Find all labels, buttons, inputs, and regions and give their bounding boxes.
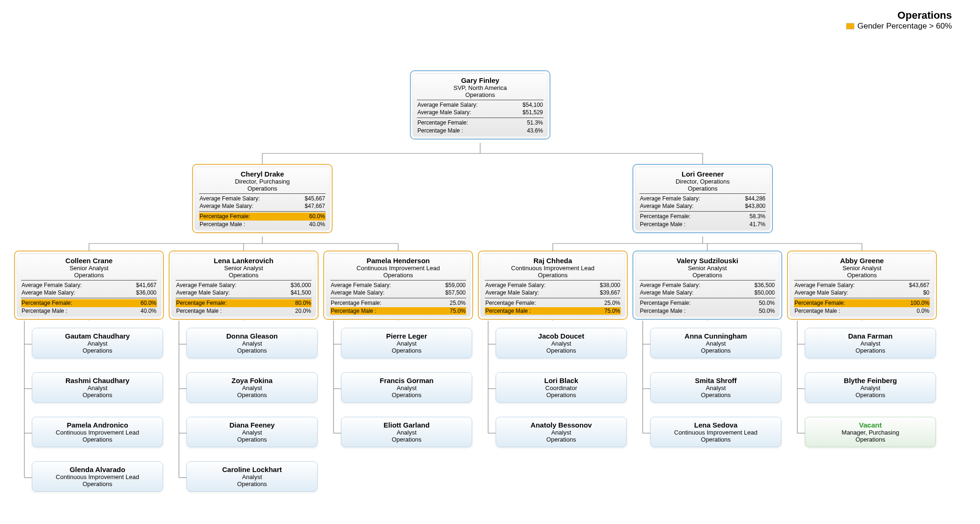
org-node: Abby GreeneSenior AnalystOperationsAvera… bbox=[787, 251, 937, 320]
person-name: Cheryl Drake bbox=[199, 170, 326, 178]
person-dept: Operations bbox=[37, 436, 158, 443]
person-name: Francis Gorman bbox=[346, 376, 467, 384]
org-node: Valery SudzilouskiSenior AnalystOperatio… bbox=[632, 251, 782, 320]
stat-row: Average Female Salary:$36,500 bbox=[639, 281, 775, 289]
person-name: Caroline Lockhart bbox=[192, 465, 312, 473]
org-leaf: VacantManager, PurchasingOperations bbox=[805, 417, 936, 447]
person-role: Analyst bbox=[346, 429, 467, 436]
org-leaf: Eliott GarlandAnalystOperations bbox=[341, 417, 472, 447]
person-role: Analyst bbox=[192, 384, 312, 391]
person-name: Pierre Leger bbox=[346, 332, 467, 340]
title-block: Operations Gender Percentage > 60% bbox=[846, 9, 952, 31]
person-name: Colleen Crane bbox=[21, 257, 157, 265]
person-role: Continuous Improvement Lead bbox=[655, 429, 776, 436]
stat-row: Percentage Male :75.0% bbox=[485, 307, 621, 315]
person-role: Analyst bbox=[501, 340, 622, 347]
stat-row: Percentage Female:25.0% bbox=[485, 299, 621, 307]
person-dept: Operations bbox=[417, 91, 543, 98]
stat-row: Percentage Male :75.0% bbox=[330, 307, 466, 315]
org-node: Lena LankerovichSenior AnalystOperations… bbox=[169, 251, 319, 320]
person-role: Analyst bbox=[501, 429, 622, 436]
person-dept: Operations bbox=[810, 347, 931, 354]
org-leaf: Lori BlackCoordinatorOperations bbox=[496, 372, 627, 403]
person-name: Valery Sudzilouski bbox=[639, 257, 775, 265]
stat-row: Average Female Salary:$45,667 bbox=[199, 195, 326, 202]
stat-row: Average Female Salary:$36,000 bbox=[176, 281, 312, 289]
person-role: Analyst bbox=[192, 340, 312, 347]
stat-row: Average Female Salary:$38,000 bbox=[485, 281, 621, 289]
person-dept: Operations bbox=[501, 347, 622, 354]
person-name: Lena Sedova bbox=[655, 421, 776, 429]
person-dept: Operations bbox=[346, 391, 467, 399]
person-dept: Operations bbox=[346, 436, 467, 443]
stat-row: Average Female Salary:$54,100 bbox=[417, 101, 543, 109]
stat-row: Average Male Salary:$39,667 bbox=[485, 289, 621, 296]
org-node: Lori GreenerDirector, OperationsOperatio… bbox=[632, 164, 773, 233]
person-name: Anatoly Bessonov bbox=[501, 421, 622, 429]
legend-swatch-icon bbox=[846, 23, 854, 30]
person-name: Abby Greene bbox=[794, 257, 930, 265]
person-name: Pamela Andronico bbox=[37, 421, 158, 429]
person-name: Zoya Fokina bbox=[192, 376, 312, 384]
person-dept: Operations bbox=[501, 436, 622, 443]
org-leaf: Francis GormanAnalystOperations bbox=[341, 372, 472, 403]
stat-row: Average Male Salary:$43,800 bbox=[639, 202, 766, 210]
person-role: Senior Analyst bbox=[176, 265, 312, 272]
person-role: Analyst bbox=[655, 340, 776, 347]
org-leaf: Lena SedovaContinuous Improvement LeadOp… bbox=[650, 417, 781, 447]
stat-row: Average Male Salary:$36,000 bbox=[21, 289, 157, 296]
person-name: Anna Cunningham bbox=[655, 332, 776, 340]
person-name: Donna Gleason bbox=[192, 332, 312, 340]
person-role: Manager, Purchasing bbox=[810, 429, 931, 436]
stat-row: Average Female Salary:$59,000 bbox=[330, 281, 466, 289]
person-role: Analyst bbox=[346, 340, 467, 347]
legend-text: Gender Percentage > 60% bbox=[857, 22, 952, 31]
stat-row: Average Male Salary:$57,500 bbox=[330, 289, 466, 296]
stat-row: Percentage Female:58.3% bbox=[639, 213, 766, 220]
person-dept: Operations bbox=[192, 436, 312, 443]
org-leaf: Pierre LegerAnalystOperations bbox=[341, 328, 472, 358]
person-role: Continuous Improvement Lead bbox=[330, 265, 466, 272]
stat-row: Percentage Female:80.0% bbox=[176, 299, 312, 307]
stat-row: Percentage Female:60.0% bbox=[199, 213, 326, 220]
person-role: Senior Analyst bbox=[794, 265, 930, 272]
person-role: Director, Purchasing bbox=[199, 178, 326, 185]
person-name: Pamela Henderson bbox=[330, 257, 466, 265]
person-dept: Operations bbox=[639, 185, 766, 192]
person-role: Analyst bbox=[655, 384, 776, 391]
person-role: Analyst bbox=[810, 340, 931, 347]
person-role: Continuous Improvement Lead bbox=[37, 473, 158, 480]
org-leaf: Diana FeeneyAnalystOperations bbox=[186, 417, 318, 447]
person-role: Analyst bbox=[37, 340, 158, 347]
org-leaf: Caroline LockhartAnalystOperations bbox=[186, 461, 318, 492]
person-role: SVP, North America bbox=[417, 84, 543, 91]
person-dept: Operations bbox=[655, 347, 776, 354]
stat-row: Percentage Male :40.0% bbox=[199, 221, 326, 228]
person-dept: Operations bbox=[794, 272, 930, 279]
org-node: Gary FinleySVP, North AmericaOperationsA… bbox=[410, 70, 550, 140]
org-leaf: Zoya FokinaAnalystOperations bbox=[186, 372, 318, 403]
org-leaf: Jacob DoucetAnalystOperations bbox=[496, 328, 627, 358]
person-role: Coordinator bbox=[501, 384, 622, 391]
person-dept: Operations bbox=[655, 391, 776, 399]
stat-row: Average Male Salary:$51,529 bbox=[417, 109, 543, 116]
stat-row: Percentage Female:100.0% bbox=[794, 299, 930, 307]
stat-row: Average Male Salary:$41,500 bbox=[176, 289, 312, 296]
person-name: Vacant bbox=[810, 421, 931, 429]
person-dept: Operations bbox=[37, 391, 158, 399]
person-role: Director, Operations bbox=[639, 178, 766, 185]
person-dept: Operations bbox=[501, 391, 622, 399]
person-name: Eliott Garland bbox=[346, 421, 467, 429]
stat-row: Percentage Male :40.0% bbox=[21, 307, 157, 315]
stat-row: Percentage Male :20.0% bbox=[176, 307, 312, 315]
stat-row: Percentage Female:51.3% bbox=[417, 119, 543, 126]
org-leaf: Anatoly BessonovAnalystOperations bbox=[496, 417, 627, 447]
person-role: Continuous Improvement Lead bbox=[37, 429, 158, 436]
person-dept: Operations bbox=[192, 347, 312, 354]
person-dept: Operations bbox=[485, 272, 621, 279]
org-leaf: Rashmi ChaudharyAnalystOperations bbox=[32, 372, 163, 403]
person-dept: Operations bbox=[192, 480, 312, 487]
person-name: Dana Farman bbox=[810, 332, 931, 340]
org-node: Pamela HendersonContinuous Improvement L… bbox=[323, 251, 473, 320]
stat-row: Average Male Salary:$50,000 bbox=[639, 289, 775, 296]
